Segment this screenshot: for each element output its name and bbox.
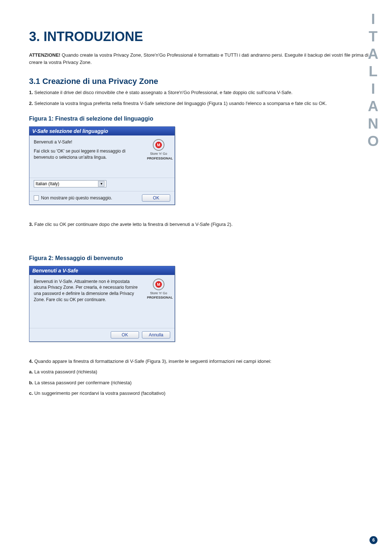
- logo-text-top-2: Store 'n' Go: [147, 291, 170, 296]
- dialog-language-selection: V-Safe selezione del linguaggio Benvenut…: [29, 126, 175, 205]
- step-2-text: Selezionate la vostra lingua preferita n…: [34, 101, 327, 106]
- dialog1-titlebar: V-Safe selezione del linguaggio: [29, 127, 175, 135]
- page-title: 3. INTRODUZIONE: [29, 29, 370, 44]
- step-4-number: 4.: [29, 358, 33, 364]
- page-number-badge: 6: [369, 536, 377, 544]
- chevron-down-icon[interactable]: ▾: [98, 181, 105, 187]
- store-n-go-logo-2: M Store 'n' Go PROFESSIONAL: [147, 279, 170, 326]
- step-1-number: 1.: [29, 90, 33, 95]
- step-3-number: 3.: [29, 222, 33, 227]
- logo-letter: M: [155, 142, 162, 148]
- warning-paragraph: ATTENZIONE! Quando create la vostra Priv…: [29, 52, 370, 66]
- step-4c: c. Un suggerimento per ricordarvi la vos…: [29, 390, 370, 397]
- logo-text-bottom: PROFESSIONAL: [147, 156, 170, 161]
- step-3-text: Fate clic su OK per continuare dopo che …: [34, 222, 232, 227]
- logo-text-bottom-2: PROFESSIONAL: [147, 295, 170, 300]
- step-4b-number: b.: [29, 380, 33, 385]
- dialog1-instruction: Fai click su 'OK' se puoi leggere il mes…: [34, 148, 143, 161]
- step-4a-text: La vostra password (richiesta): [34, 369, 97, 374]
- side-language-label: ITALIANO: [365, 11, 381, 150]
- step-4a-number: a.: [29, 369, 33, 374]
- figure-1-caption: Figura 1: Finestra di selezione del ling…: [29, 116, 370, 122]
- logo-letter-2: M: [155, 281, 162, 288]
- warning-label: ATTENZIONE!: [29, 52, 60, 58]
- warning-text: Quando create la vostra Privacy Zone, St…: [29, 52, 368, 65]
- step-1-text: Selezionate il drive del disco rimovibil…: [34, 90, 292, 95]
- language-select[interactable]: Italian (Italy) ▾: [34, 180, 106, 187]
- language-select-value: Italian (Italy): [36, 181, 59, 186]
- step-4a: a. La vostra password (richiesta): [29, 368, 370, 376]
- step-4: 4. Quando appare la finestra di formatta…: [29, 358, 370, 365]
- step-4c-text: Un suggerimento per ricordarvi la vostra…: [34, 390, 165, 396]
- dont-show-checkbox[interactable]: Non mostrare più questo messaggio.: [34, 195, 112, 200]
- step-1: 1. Selezionate il drive del disco rimovi…: [29, 89, 370, 96]
- step-4b: b. La stessa password per confermare (ri…: [29, 379, 370, 386]
- checkbox-icon[interactable]: [34, 195, 39, 200]
- logo-circle-icon: M: [153, 139, 164, 151]
- dialog-welcome: Benvenuti a V-Safe Benvenuti in V-Safe. …: [29, 266, 175, 342]
- section-title: 3.1 Creazione di una Privacy Zone: [29, 77, 370, 86]
- figure-2-caption: Figura 2: Messaggio di benvenuto: [29, 255, 370, 262]
- dialog2-titlebar: Benvenuti a V-Safe: [29, 266, 175, 275]
- step-4c-number: c.: [29, 390, 33, 396]
- ok-button-2[interactable]: OK: [111, 331, 139, 339]
- logo-text-top: Store 'n' Go: [147, 151, 170, 156]
- cancel-button[interactable]: Annulla: [142, 331, 170, 339]
- step-3: 3. Fate clic su OK per continuare dopo c…: [29, 221, 370, 228]
- logo-circle-icon-2: M: [153, 279, 164, 290]
- step-4b-text: La stessa password per confermare (richi…: [34, 380, 131, 385]
- ok-button[interactable]: OK: [142, 194, 170, 202]
- dont-show-label: Non mostrare più questo messaggio.: [41, 195, 112, 200]
- step-2-number: 2.: [29, 101, 33, 106]
- dialog2-body-text: Benvenuti in V-Safe. Attualmente non è i…: [34, 279, 143, 326]
- store-n-go-logo: M Store 'n' Go PROFESSIONAL: [147, 139, 170, 175]
- dialog1-welcome-line: Benvenuti a V-Safe!: [34, 139, 143, 145]
- step-4-text: Quando appare la finestra di formattazio…: [34, 358, 271, 364]
- step-2: 2. Selezionate la vostra lingua preferit…: [29, 100, 370, 107]
